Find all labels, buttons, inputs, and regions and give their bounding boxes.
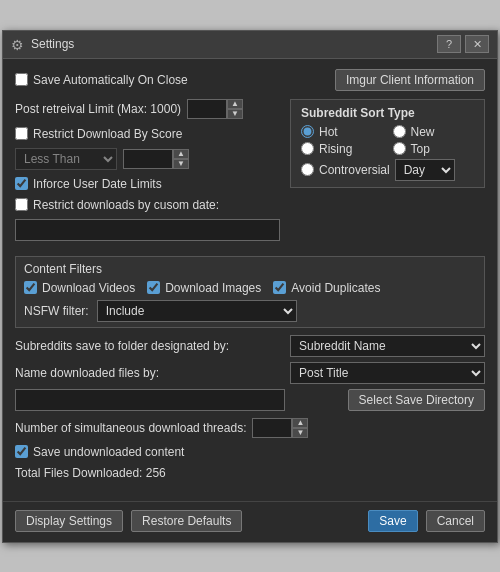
restrict-download-row: Restrict Download By Score	[15, 127, 280, 141]
sort-rising-radio[interactable]	[301, 142, 314, 155]
sort-controversial-label[interactable]: Controversial	[319, 163, 390, 177]
threads-up[interactable]: ▲	[292, 418, 308, 428]
settings-icon: ⚙	[11, 37, 25, 51]
threads-row: Number of simultaneous download threads:…	[15, 418, 485, 438]
download-images-label[interactable]: Download Images	[147, 281, 261, 295]
restrict-download-text: Restrict Download By Score	[33, 127, 182, 141]
threads-down[interactable]: ▼	[292, 428, 308, 438]
download-images-checkbox[interactable]	[147, 281, 160, 294]
save-folder-select[interactable]: Subreddit Name Post Title Custom	[290, 335, 485, 357]
window-controls: ? ✕	[437, 35, 489, 53]
sort-rising-row: Rising	[301, 142, 383, 156]
imgur-btn[interactable]: Imgur Client Information	[335, 69, 485, 91]
download-videos-text: Download Videos	[42, 281, 135, 295]
post-limit-down[interactable]: ▼	[227, 109, 243, 119]
sort-top-label[interactable]: Top	[411, 142, 430, 156]
sort-title: Subreddit Sort Type	[301, 106, 474, 120]
avoid-duplicates-checkbox[interactable]	[273, 281, 286, 294]
threads-spinbox-btns: ▲ ▼	[292, 418, 308, 438]
bottom-bar: Display Settings Restore Defaults Save C…	[3, 501, 497, 542]
sort-top-row: Top	[393, 142, 475, 156]
close-button[interactable]: ✕	[465, 35, 489, 53]
sort-hot-row: Hot	[301, 125, 383, 139]
threads-spinbox: 4 ▲ ▼	[252, 418, 308, 438]
score-row: Less Than Greater Than Equal To 100 ▲ ▼	[15, 148, 280, 170]
sort-controversial-radio[interactable]	[301, 163, 314, 176]
restrict-date-text: Restrict downloads by cusom date:	[33, 198, 219, 212]
post-limit-up[interactable]: ▲	[227, 99, 243, 109]
day-select[interactable]: Day Week Month Year All	[395, 159, 455, 181]
settings-window: ⚙ Settings ? ✕ Save Automatically On Clo…	[2, 30, 498, 543]
window-title: Settings	[31, 37, 437, 51]
inforce-date-row: Inforce User Date Limits	[15, 177, 280, 191]
save-auto-text: Save Automatically On Close	[33, 73, 188, 87]
sort-new-label[interactable]: New	[411, 125, 435, 139]
save-btn[interactable]: Save	[368, 510, 417, 532]
sort-rising-label[interactable]: Rising	[319, 142, 352, 156]
main-top: Post retreival Limit (Max: 1000) 5 ▲ ▼ R…	[15, 99, 485, 248]
sort-box: Subreddit Sort Type Hot New Rising	[290, 99, 485, 188]
total-files-text: Total Files Downloaded: 256	[15, 466, 166, 480]
restrict-download-label[interactable]: Restrict Download By Score	[15, 127, 182, 141]
sort-new-row: New	[393, 125, 475, 139]
inforce-date-label[interactable]: Inforce User Date Limits	[15, 177, 162, 191]
threads-input[interactable]: 4	[252, 418, 292, 438]
score-up[interactable]: ▲	[173, 149, 189, 159]
download-images-text: Download Images	[165, 281, 261, 295]
sort-new-radio[interactable]	[393, 125, 406, 138]
avoid-duplicates-label[interactable]: Avoid Duplicates	[273, 281, 380, 295]
sort-hot-label[interactable]: Hot	[319, 125, 338, 139]
save-auto-label[interactable]: Save Automatically On Close	[15, 73, 188, 87]
post-limit-row: Post retreival Limit (Max: 1000) 5 ▲ ▼	[15, 99, 280, 119]
post-limit-spinbox: 5 ▲ ▼	[187, 99, 243, 119]
avoid-duplicates-text: Avoid Duplicates	[291, 281, 380, 295]
help-button[interactable]: ?	[437, 35, 461, 53]
display-settings-btn[interactable]: Display Settings	[15, 510, 123, 532]
score-down[interactable]: ▼	[173, 159, 189, 169]
sort-hot-radio[interactable]	[301, 125, 314, 138]
content-filters-title: Content Filters	[24, 262, 476, 276]
save-undownloaded-row: Save undownloaded content	[15, 445, 485, 459]
save-folder-label: Subreddits save to folder designated by:	[15, 339, 229, 353]
name-files-select[interactable]: Post Title ID Custom	[290, 362, 485, 384]
download-videos-checkbox[interactable]	[24, 281, 37, 294]
sort-top-radio[interactable]	[393, 142, 406, 155]
sort-section: Subreddit Sort Type Hot New Rising	[290, 99, 485, 248]
titlebar: ⚙ Settings ? ✕	[3, 31, 497, 59]
sort-controversial-row: Controversial Day Week Month Year All	[301, 159, 474, 181]
post-limit-spinbox-btns: ▲ ▼	[227, 99, 243, 119]
save-undownloaded-checkbox[interactable]	[15, 445, 28, 458]
score-input[interactable]: 100	[123, 149, 173, 169]
date-input[interactable]: 1/1/1970 06:00 pm	[15, 219, 280, 241]
save-auto-checkbox[interactable]	[15, 73, 28, 86]
save-undownloaded-label[interactable]: Save undownloaded content	[15, 445, 184, 459]
score-spinbox-btns: ▲ ▼	[173, 149, 189, 169]
nsfw-row: NSFW filter: Include Exclude Only NSFW	[24, 300, 476, 322]
cancel-btn[interactable]: Cancel	[426, 510, 485, 532]
inforce-date-checkbox[interactable]	[15, 177, 28, 190]
restrict-download-checkbox[interactable]	[15, 127, 28, 140]
left-col: Post retreival Limit (Max: 1000) 5 ▲ ▼ R…	[15, 99, 280, 248]
post-limit-input[interactable]: 5	[187, 99, 227, 119]
top-section: Save Automatically On Close Imgur Client…	[15, 69, 485, 91]
inforce-date-text: Inforce User Date Limits	[33, 177, 162, 191]
threads-label: Number of simultaneous download threads:	[15, 421, 246, 435]
nsfw-label: NSFW filter:	[24, 304, 89, 318]
restore-defaults-btn[interactable]: Restore Defaults	[131, 510, 242, 532]
save-folder-row: Subreddits save to folder designated by:…	[15, 335, 485, 357]
download-videos-label[interactable]: Download Videos	[24, 281, 135, 295]
directory-input[interactable]: ts/Programming/TestDownloadFolder/dfr_te…	[15, 389, 285, 411]
post-limit-label: Post retreival Limit (Max: 1000)	[15, 102, 181, 116]
comparator-select[interactable]: Less Than Greater Than Equal To	[15, 148, 117, 170]
select-directory-btn[interactable]: Select Save Directory	[348, 389, 485, 411]
filters-checkboxes-row: Download Videos Download Images Avoid Du…	[24, 281, 476, 295]
bottom-right-btns: Save Cancel	[368, 510, 485, 532]
nsfw-select[interactable]: Include Exclude Only NSFW	[97, 300, 297, 322]
score-spinbox: 100 ▲ ▼	[123, 149, 189, 169]
name-files-label: Name downloaded files by:	[15, 366, 159, 380]
date-input-row: 1/1/1970 06:00 pm	[15, 219, 280, 241]
settings-content: Save Automatically On Close Imgur Client…	[3, 59, 497, 497]
directory-row: ts/Programming/TestDownloadFolder/dfr_te…	[15, 389, 485, 411]
restrict-date-checkbox[interactable]	[15, 198, 28, 211]
save-undownloaded-text: Save undownloaded content	[33, 445, 184, 459]
